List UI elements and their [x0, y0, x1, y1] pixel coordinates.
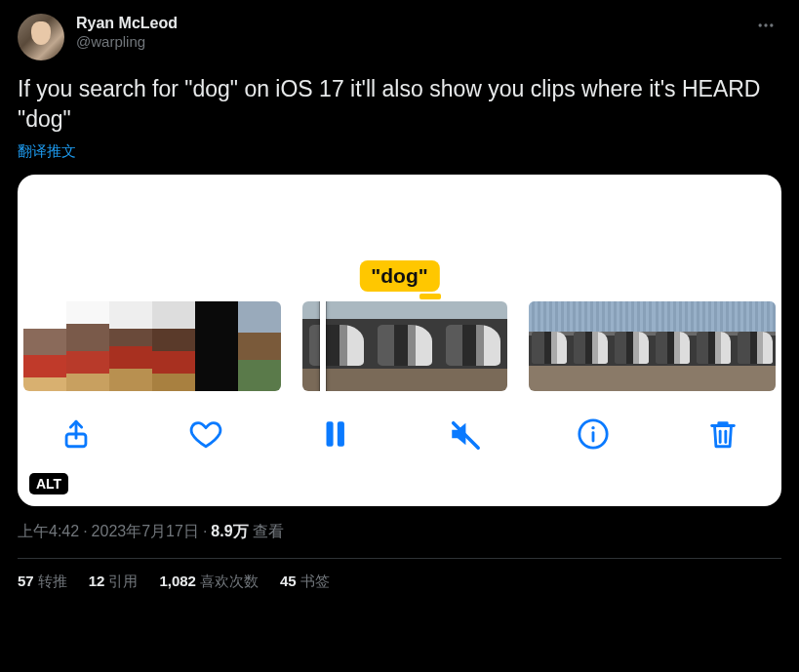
alt-badge[interactable]: ALT — [29, 473, 68, 494]
date[interactable]: 2023年7月17日 — [92, 523, 199, 539]
bookmarks-stat[interactable]: 45书签 — [280, 573, 330, 591]
tweet-meta: 上午4:42·2023年7月17日·8.9万 查看 — [18, 522, 781, 542]
time[interactable]: 上午4:42 — [18, 523, 79, 539]
tweet-header: Ryan McLeod @warpling — [18, 14, 781, 60]
heart-icon[interactable] — [188, 416, 223, 452]
likes-stat[interactable]: 1,082喜欢次数 — [159, 573, 259, 591]
search-tag: "dog" — [359, 260, 439, 292]
translate-link[interactable]: 翻译推文 — [18, 142, 76, 161]
display-name: Ryan McLeod — [76, 14, 178, 33]
clip-thumbnail[interactable] — [529, 301, 776, 391]
handle: @warpling — [76, 33, 178, 52]
mute-icon[interactable] — [447, 416, 482, 452]
clip-thumbnail[interactable] — [302, 301, 507, 391]
more-button[interactable] — [750, 14, 781, 37]
media-card[interactable]: "dog" — [18, 175, 781, 506]
tweet-stats: 57转推 12引用 1,082喜欢次数 45书签 — [18, 559, 781, 591]
timeline-strip[interactable] — [18, 301, 781, 391]
tweet-body: If you search for "dog" on iOS 17 it'll … — [18, 74, 781, 135]
views-count[interactable]: 8.9万 — [211, 523, 248, 539]
playhead[interactable] — [320, 301, 326, 391]
share-icon[interactable] — [59, 416, 94, 452]
media-top: "dog" — [18, 175, 781, 301]
media-toolbar — [18, 391, 781, 452]
trash-icon[interactable] — [705, 416, 740, 452]
svg-point-1 — [764, 23, 767, 26]
svg-rect-4 — [327, 421, 334, 447]
quotes-stat[interactable]: 12引用 — [89, 573, 139, 591]
svg-rect-5 — [338, 421, 344, 447]
retweets-stat[interactable]: 57转推 — [18, 573, 67, 591]
author-names[interactable]: Ryan McLeod @warpling — [76, 14, 178, 52]
views-label: 查看 — [253, 523, 284, 539]
info-icon[interactable] — [576, 416, 611, 452]
pause-icon[interactable] — [317, 416, 352, 452]
svg-point-9 — [592, 426, 595, 429]
clip-thumbnail[interactable] — [23, 301, 281, 391]
avatar[interactable] — [18, 14, 64, 60]
svg-point-2 — [770, 23, 773, 26]
svg-point-0 — [759, 23, 762, 26]
playhead-cap — [419, 294, 441, 299]
tweet: Ryan McLeod @warpling If you search for … — [0, 0, 799, 591]
